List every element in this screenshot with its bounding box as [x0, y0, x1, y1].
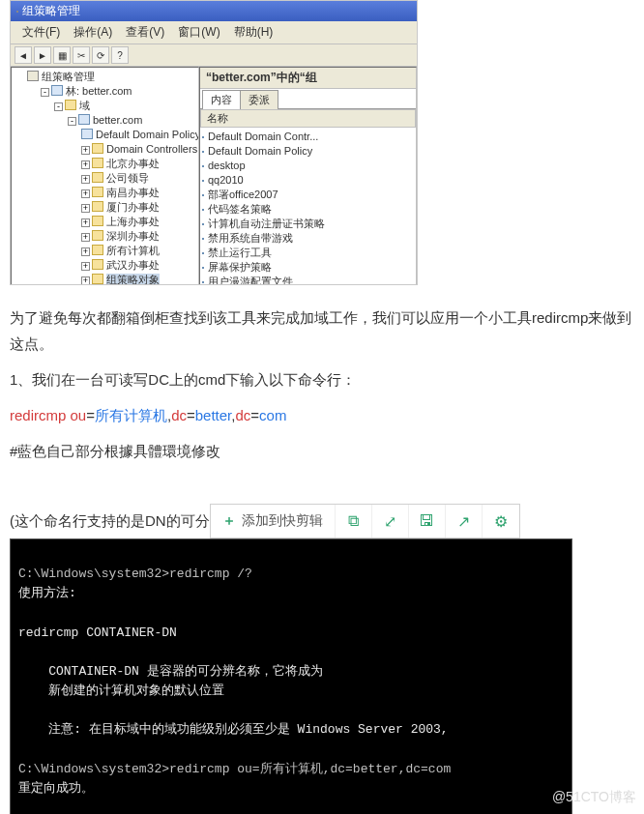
term-line: CONTAINER-DN 是容器的可分辨名称，它将成为: [18, 664, 323, 679]
list-item[interactable]: 代码签名策略: [202, 202, 414, 217]
refresh-icon[interactable]: ⟳: [92, 46, 109, 64]
folder-icon: [92, 230, 103, 241]
expander-icon[interactable]: +: [81, 247, 90, 256]
term-line: 重定向成功。: [18, 781, 94, 796]
tree-item[interactable]: Domain Controllers: [106, 143, 197, 155]
term-line: 注意: 在目标域中的域功能级别必须至少是 Windows Server 2003…: [18, 722, 449, 737]
term-line: redircmp CONTAINER-DN: [18, 625, 177, 640]
menu-action[interactable]: 操作(A): [68, 23, 118, 42]
tree-item[interactable]: 深圳办事处: [106, 230, 160, 242]
expander-icon[interactable]: +: [81, 175, 90, 184]
tree-item[interactable]: 北京办事处: [106, 158, 160, 169]
list-item[interactable]: qq2010: [202, 173, 414, 188]
plus-icon: ＋: [222, 512, 236, 530]
tree-domain[interactable]: better.com: [93, 114, 142, 126]
nav-fwd-icon[interactable]: ►: [34, 46, 51, 64]
list-item[interactable]: 禁用系统自带游戏: [202, 231, 414, 246]
fullscreen-icon[interactable]: ⤢: [372, 505, 409, 538]
list-item[interactable]: 用户漫游配置文件: [202, 275, 414, 285]
list-item-label: Default Domain Policy: [208, 144, 312, 159]
menu-view[interactable]: 查看(V): [120, 23, 170, 42]
list-item[interactable]: 禁止运行工具: [202, 246, 414, 260]
list-item-label: desktop: [208, 159, 246, 173]
list-item[interactable]: Default Domain Contr...: [202, 130, 414, 144]
tree-domains[interactable]: 域: [79, 100, 90, 111]
expander-icon[interactable]: +: [81, 276, 90, 285]
tree-item[interactable]: 公司领导: [106, 172, 149, 184]
tree-root[interactable]: 组策略管理: [42, 71, 95, 82]
toolbar-btn[interactable]: ▦: [53, 46, 71, 64]
nav-back-icon[interactable]: ◄: [15, 46, 32, 64]
menu-file[interactable]: 文件(F): [16, 23, 66, 42]
expander-icon[interactable]: -: [54, 102, 63, 111]
gpo-icon: [202, 194, 204, 196]
menu-bar: 文件(F) 操作(A) 查看(V) 窗口(W) 帮助(H): [11, 21, 417, 44]
paragraph: #藍色自己部分根據具體環境修改: [10, 438, 634, 464]
copy-icon[interactable]: ⧉: [336, 505, 372, 538]
paragraph: 为了避免每次都翻箱倒柜查找到该工具来完成加域工作，我们可以应用一个小工具redi…: [10, 305, 634, 357]
tab-content[interactable]: 内容: [202, 90, 241, 109]
expander-icon[interactable]: +: [81, 146, 90, 155]
expander-icon[interactable]: +: [81, 189, 90, 198]
menu-help[interactable]: 帮助(H): [228, 23, 279, 42]
quick-clip-toolbar: ＋ 添加到快剪辑 ⧉ ⤢ 🖫 ↗ ⚙: [210, 504, 520, 538]
share-icon[interactable]: ↗: [446, 505, 483, 538]
tree-root-icon: [27, 71, 39, 81]
add-to-clip-button[interactable]: ＋ 添加到快剪辑: [211, 505, 336, 538]
detail-panel: “better.com”中的“组 内容 委派 名称 Default Domain…: [199, 67, 417, 285]
gpo-icon: [202, 238, 204, 240]
tree-item[interactable]: 所有计算机: [106, 245, 160, 256]
list-item-label: 屏幕保护策略: [208, 260, 272, 275]
gpo-list[interactable]: Default Domain Contr...Default Domain Po…: [200, 128, 416, 285]
expander-icon[interactable]: +: [81, 160, 90, 169]
tree-item[interactable]: 武汉办事处: [106, 259, 160, 271]
gpo-icon: [81, 129, 93, 139]
cut-icon[interactable]: ✂: [73, 46, 90, 64]
help-icon[interactable]: ?: [111, 46, 129, 64]
menu-window[interactable]: 窗口(W): [172, 23, 225, 42]
folder-icon: [92, 143, 103, 154]
paragraph: 1、我们在一台可读写DC上的cmd下输入以下命令行：: [10, 366, 634, 392]
expander-icon[interactable]: +: [81, 204, 90, 213]
list-item[interactable]: desktop: [202, 159, 414, 173]
add-to-clip-label: 添加到快剪辑: [242, 512, 323, 530]
window-title: 组策略管理: [22, 3, 80, 19]
tree-item[interactable]: 上海办事处: [106, 216, 160, 227]
tree-panel[interactable]: 组策略管理 -林: better.com -域 -better.com Defa…: [11, 67, 199, 285]
list-item[interactable]: Default Domain Policy: [202, 144, 414, 159]
list-item-label: 部署office2007: [208, 188, 278, 202]
list-header[interactable]: 名称: [200, 109, 416, 128]
command-line: redircmp ou=所有计算机,dc=better,dc=com: [10, 402, 634, 428]
gear-icon[interactable]: ⚙: [483, 505, 519, 538]
folder-icon: [92, 245, 103, 255]
list-item[interactable]: 部署office2007: [202, 188, 414, 202]
tree-item[interactable]: 厦门办事处: [106, 201, 160, 213]
list-item[interactable]: 计算机自动注册证书策略: [202, 217, 414, 231]
list-item-label: Default Domain Contr...: [208, 130, 318, 144]
term-line: C:\Windows\system32>redircmp ou=所有计算机,dc…: [18, 762, 451, 776]
list-item[interactable]: 屏幕保护策略: [202, 260, 414, 275]
list-item-label: qq2010: [208, 173, 244, 188]
gpo-icon: [202, 267, 204, 269]
expander-icon[interactable]: +: [81, 218, 90, 227]
save-icon[interactable]: 🖫: [409, 505, 446, 538]
gpo-icon: [202, 165, 204, 167]
gpo-icon: [202, 252, 204, 254]
folder-icon: [92, 216, 103, 226]
terminal-output: C:\Windows\system32>redircmp /? 使用方法: re…: [10, 538, 572, 814]
toolbar: ◄ ► ▦ ✂ ⟳ ?: [11, 44, 417, 67]
cmd-redircmp: redircmp ou: [10, 407, 86, 423]
expander-icon[interactable]: -: [68, 117, 76, 126]
expander-icon[interactable]: +: [81, 262, 90, 271]
tree-item[interactable]: Default Domain Policy: [96, 129, 199, 140]
folder-icon: [65, 100, 76, 110]
expander-icon[interactable]: +: [81, 233, 90, 242]
folder-icon: [92, 172, 103, 183]
tree-item[interactable]: 南昌办事处: [106, 187, 160, 198]
tree-item[interactable]: 组策略对象: [106, 274, 160, 285]
tab-delegation[interactable]: 委派: [240, 90, 278, 109]
tree-forest[interactable]: 林: better.com: [66, 85, 132, 97]
paragraph-prefix: (这个命名行支持的是DN的可分: [10, 512, 210, 531]
folder-icon: [92, 259, 103, 270]
expander-icon[interactable]: -: [41, 88, 49, 97]
